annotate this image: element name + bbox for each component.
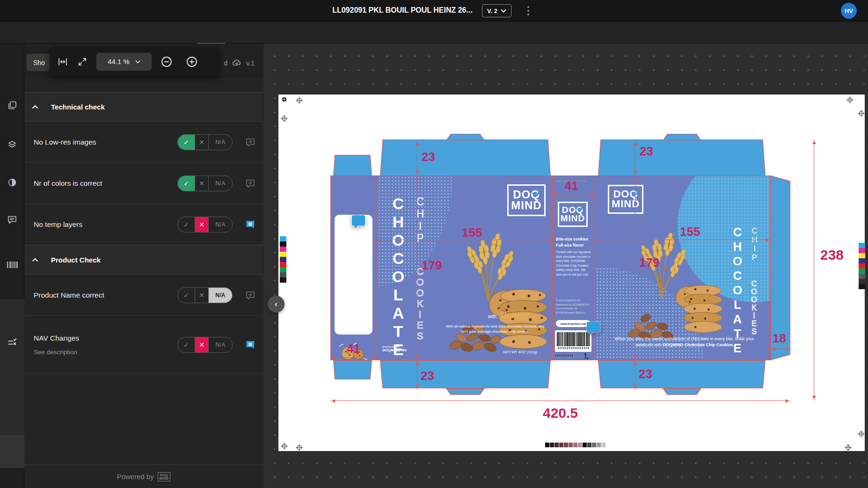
toggle-yes[interactable]: ✓ — [178, 135, 195, 150]
rail-pages-button[interactable] — [0, 94, 24, 117]
toggle-no[interactable]: ✕ — [195, 176, 209, 191]
registration-mark — [296, 97, 303, 104]
section-header[interactable]: Product Check — [24, 245, 263, 275]
toggle-yes[interactable]: ✓ — [178, 288, 195, 303]
more-menu-button[interactable] — [524, 5, 532, 17]
toggle-na[interactable]: N/A — [209, 337, 232, 352]
comment-icon — [7, 214, 18, 225]
zoom-out-icon[interactable] — [160, 55, 173, 68]
dim-420-5: 420.5 — [531, 405, 590, 421]
checklist-item-label: No Low-res images — [34, 138, 177, 146]
annotation-pin-2[interactable] — [587, 322, 600, 332]
checklist-item-label: Nr of colors is correct — [34, 179, 177, 188]
zoom-level-select[interactable]: 44.1 % — [96, 53, 152, 71]
toggle-yes[interactable]: ✓ — [178, 217, 195, 232]
powered-by-text: Powered by — [117, 473, 154, 481]
ingredients-label-area — [335, 215, 372, 335]
checklist-item-sublabel: See description — [34, 349, 177, 356]
package-side-panel — [330, 175, 377, 360]
rail-checklist-button[interactable] — [0, 332, 24, 354]
pages-icon — [7, 100, 18, 111]
pass-fail-toggle: ✓ ✕ N/A — [177, 217, 233, 233]
artboard[interactable]: CHOCOLATE CHIP COOKIES DOQMIND — [278, 95, 865, 451]
toggle-yes[interactable]: ✓ — [178, 337, 195, 352]
title-bar: LL092091 PKL BOUIL POUL HEINZ 26... V. 2… — [0, 0, 868, 22]
contrast-icon — [7, 177, 17, 188]
zoom-in-icon[interactable] — [185, 55, 198, 68]
rail-layers-button[interactable] — [0, 133, 24, 156]
info-body-text: Packed with our signature dark chocolate… — [556, 250, 592, 277]
toggle-na[interactable]: N/A — [209, 288, 232, 303]
checklist-items: Technical check No Low-res images ✓ ✕ N/… — [24, 79, 263, 374]
dieline-bottom-flap-a — [380, 360, 551, 388]
chevron-down-icon — [135, 60, 140, 64]
toggle-no[interactable]: ✕ — [195, 217, 209, 232]
zoom-options-popup: 44.1 % — [50, 47, 219, 76]
doqmind-logo: DOQMIND — [158, 472, 171, 481]
toggle-na[interactable]: N/A — [209, 176, 232, 191]
dieline-top-flap-a — [380, 139, 551, 176]
toggle-no[interactable]: ✕ — [195, 337, 209, 352]
annotation-pin-1[interactable] — [352, 215, 365, 226]
registration-mark — [281, 443, 288, 450]
dim-23-top-a: 23 — [422, 150, 435, 164]
comment-filled-icon — [245, 219, 256, 230]
comment-filled-icon — [245, 339, 256, 350]
view-comment-button[interactable] — [245, 219, 256, 230]
add-comment-button[interactable] — [245, 290, 256, 301]
rail-comments-button[interactable] — [0, 208, 24, 231]
checklist-icon — [7, 337, 18, 349]
dieline-top-tab-b — [663, 134, 701, 140]
website-pill: www.doqmind.com — [556, 320, 591, 327]
package-front-panel-a: CHOCOLATE CHIP COOKIES DOQMIND — [377, 175, 553, 360]
dim-line-18 — [771, 349, 790, 349]
dim-179-a: 179 — [422, 258, 442, 273]
section-title: Technical check — [51, 103, 105, 111]
pass-fail-toggle: ✓ ✕ N/A — [177, 337, 233, 353]
dim-line-41 — [553, 194, 595, 194]
dim-41-top: 41 — [565, 179, 578, 193]
net-weight: NET WT 4OZ (112g) — [503, 350, 537, 354]
registration-mark — [281, 115, 288, 122]
user-avatar[interactable]: HV — [841, 3, 857, 19]
chevron-up-icon — [32, 105, 38, 109]
version-dropdown[interactable]: V. 2 — [482, 4, 511, 17]
zoom-level-value: 44.1 % — [108, 58, 130, 66]
add-comment-button[interactable] — [245, 137, 256, 148]
cloud-done-icon — [231, 58, 242, 69]
add-comment-button[interactable] — [245, 178, 256, 189]
pass-fail-toggle: ✓ ✕ N/A — [177, 175, 233, 191]
view-comment-button[interactable] — [245, 339, 256, 350]
toggle-na[interactable]: N/A — [209, 217, 232, 232]
chevron-down-icon — [501, 9, 506, 13]
dim-line-23-top-b — [635, 140, 635, 175]
dim-23-top-b: 23 — [640, 144, 653, 159]
dim-155-b: 155 — [680, 225, 700, 239]
toggle-no[interactable]: ✕ — [195, 288, 209, 303]
toggle-yes[interactable]: ✓ — [178, 176, 195, 191]
fit-screen-icon[interactable] — [77, 56, 88, 67]
checklist-row: No Low-res images ✓ ✕ N/A — [24, 122, 263, 163]
fit-width-icon[interactable] — [57, 56, 68, 67]
powered-by-footer: Powered by DOQMIND — [24, 465, 263, 488]
rail-barcode-button[interactable] — [0, 254, 24, 276]
panel-collapse-handle[interactable]: ‹ — [268, 296, 284, 313]
comment-plus-icon — [245, 137, 256, 148]
section-header[interactable]: Technical check — [24, 92, 263, 122]
dim-line-155-b — [595, 240, 771, 240]
rail-color-separations-button[interactable] — [0, 171, 24, 194]
registration-mark — [858, 430, 865, 437]
color-patch-column-left — [280, 236, 286, 283]
left-icon-rail — [0, 44, 24, 488]
dim-line-179-a — [417, 175, 417, 360]
dieline-bottom-tab-a — [446, 388, 485, 395]
toggle-no[interactable]: ✕ — [195, 135, 209, 150]
dim-line-420 — [330, 401, 790, 401]
document-title: LL092091 PKL BOUIL POUL HEINZ 26... — [309, 6, 496, 15]
panel-version-label: v.1 — [246, 59, 255, 67]
section-title: Product Check — [51, 256, 101, 264]
toggle-na[interactable]: N/A — [209, 135, 232, 150]
registration-mark — [846, 96, 853, 103]
dim-238: 238 — [820, 247, 844, 263]
package-title-chocolate: CHOCOLATE — [390, 195, 406, 359]
